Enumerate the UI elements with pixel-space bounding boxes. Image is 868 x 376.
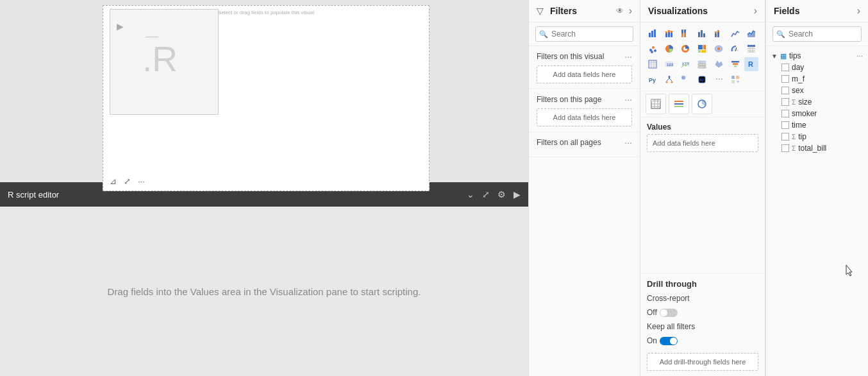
field-totalbill-checkbox[interactable] — [781, 144, 789, 152]
field-item-sex[interactable]: sex — [771, 85, 863, 96]
filter-section-page-header: Filters on this page ··· — [537, 94, 632, 105]
svg-text:···: ··· — [715, 75, 723, 83]
viz-icon-map[interactable] — [712, 42, 726, 56]
field-tip-sigma-icon: Σ — [792, 133, 796, 141]
collapse-icon[interactable]: ⌄ — [467, 189, 474, 200]
fields-search-input[interactable] — [772, 26, 862, 42]
viz-icon-ai[interactable]: AI — [695, 73, 709, 87]
svg-rect-54 — [734, 65, 737, 67]
viz-icon-column[interactable] — [695, 26, 709, 40]
svg-line-60 — [669, 78, 672, 81]
canvas-area: Select or drag fields to populate this v… — [0, 0, 528, 376]
viz-icon-treemap[interactable] — [695, 42, 709, 56]
viz-icon-stacked-col[interactable] — [712, 26, 726, 40]
expand-script-icon[interactable]: ⤢ — [482, 189, 490, 200]
filter-icon[interactable]: ⊿ — [110, 176, 120, 187]
viz-format-icon-3[interactable] — [692, 94, 712, 114]
viz-icon-stacked-bar[interactable] — [662, 26, 676, 40]
viz-icon-pie[interactable] — [662, 42, 676, 56]
field-mf-checkbox[interactable] — [781, 75, 789, 83]
field-item-mf[interactable]: m_f — [771, 73, 863, 85]
viz-icon-r[interactable]: R — [744, 57, 758, 71]
field-item-tip[interactable]: Σ tip — [771, 131, 863, 142]
settings-icon[interactable]: ⚙ — [497, 189, 506, 200]
viz-icon-donut[interactable] — [678, 42, 692, 56]
viz-icon-kpi[interactable]: KPI — [678, 57, 692, 71]
svg-text:KI: KI — [682, 76, 685, 80]
viz-icon-matrix[interactable] — [744, 42, 758, 56]
run-icon[interactable]: ▶ — [513, 189, 521, 200]
group-dots-icon[interactable]: ··· — [856, 51, 863, 60]
viz-icon-more-1[interactable]: ··· — [712, 73, 726, 87]
field-item-time[interactable]: time — [771, 119, 863, 131]
svg-rect-49 — [698, 61, 706, 63]
viz-icon-more-2[interactable]: + — [728, 73, 742, 87]
cross-report-toggle: Off — [647, 308, 758, 317]
field-sex-checkbox[interactable] — [781, 87, 789, 94]
viz-values-dropzone[interactable]: Add data fields here — [647, 134, 758, 152]
svg-rect-30 — [698, 50, 701, 53]
visual-container[interactable]: Select or drag fields to populate this v… — [103, 5, 430, 191]
viz-icon-grid: 123 KPI R Py — [640, 22, 765, 91]
field-item-total-bill[interactable]: Σ total_bill — [771, 142, 863, 154]
viz-format-icons — [640, 91, 765, 117]
filter-section-page: Filters on this page ··· Add data fields… — [529, 89, 640, 132]
filter-visual-dots[interactable]: ··· — [624, 51, 632, 62]
viz-icon-python[interactable]: Py — [646, 73, 660, 87]
group-table-icon: ▦ — [780, 52, 787, 60]
viz-format-icon-1[interactable] — [646, 94, 666, 114]
drill-keep-filters-label: Keep all filters — [647, 322, 695, 331]
field-size-sigma-icon: Σ — [792, 99, 796, 106]
viz-icon-line[interactable] — [728, 26, 742, 40]
svg-rect-53 — [733, 64, 738, 65]
svg-text:+: + — [737, 80, 739, 84]
field-item-size[interactable]: Σ size — [771, 96, 863, 108]
viz-icon-bar[interactable] — [646, 26, 660, 40]
filter-visual-add[interactable]: Add data fields here — [537, 65, 632, 83]
svg-rect-37 — [747, 50, 755, 53]
viz-icon-funnel[interactable] — [728, 57, 742, 71]
viz-panel: Visualizations › — [640, 0, 765, 376]
viz-expand-icon[interactable]: › — [754, 5, 757, 17]
fields-group-tips[interactable]: ▼ ▦ tips ··· — [771, 50, 863, 62]
filters-expand-icon[interactable]: › — [629, 5, 632, 17]
drill-add-btn[interactable]: Add drill-through fields here — [647, 353, 758, 371]
svg-rect-16 — [715, 33, 717, 37]
field-day-checkbox[interactable] — [781, 64, 789, 71]
viz-icon-gauge[interactable] — [728, 42, 742, 56]
viz-icon-decomp[interactable] — [662, 73, 676, 87]
filters-search-input[interactable] — [535, 26, 633, 42]
more-options-icon[interactable]: ··· — [138, 176, 148, 187]
cursor — [845, 264, 855, 280]
svg-rect-28 — [698, 45, 703, 49]
field-day-label: day — [792, 63, 804, 72]
filters-eye-icon[interactable]: 👁 — [616, 6, 624, 15]
viz-icon-scatter[interactable] — [646, 42, 660, 56]
filter-all-dots[interactable]: ··· — [624, 137, 632, 148]
keep-filters-toggle-track[interactable] — [660, 337, 678, 345]
cross-report-toggle-track[interactable] — [660, 309, 678, 317]
fields-expand-icon[interactable]: › — [857, 5, 860, 17]
expand-icon[interactable]: ⤢ — [124, 176, 134, 187]
viz-icon-card[interactable]: 123 — [662, 57, 676, 71]
viz-icon-100-bar[interactable] — [678, 26, 692, 40]
field-time-label: time — [792, 121, 806, 130]
filter-section-visual-header: Filters on this visual ··· — [537, 51, 632, 62]
viz-format-icon-2[interactable] — [669, 94, 689, 114]
filters-panel: ▽ Filters 👁 › 🔍 Filters on this visual ·… — [528, 0, 640, 376]
filter-page-add[interactable]: Add data fields here — [537, 108, 632, 126]
viz-icon-key-influencer[interactable]: KI — [678, 73, 692, 87]
viz-icon-shape-map[interactable] — [712, 57, 726, 71]
viz-icon-area[interactable] — [744, 26, 758, 40]
field-size-checkbox[interactable] — [781, 98, 789, 106]
filter-page-dots[interactable]: ··· — [624, 94, 632, 105]
field-tip-checkbox[interactable] — [781, 133, 789, 141]
field-time-checkbox[interactable] — [781, 121, 789, 129]
svg-point-61 — [665, 81, 667, 83]
svg-rect-18 — [717, 32, 719, 37]
field-smoker-checkbox[interactable] — [781, 110, 789, 117]
field-item-smoker[interactable]: smoker — [771, 108, 863, 119]
viz-icon-slicer[interactable] — [695, 57, 709, 71]
viz-icon-table[interactable] — [646, 57, 660, 71]
field-item-day[interactable]: day — [771, 62, 863, 73]
